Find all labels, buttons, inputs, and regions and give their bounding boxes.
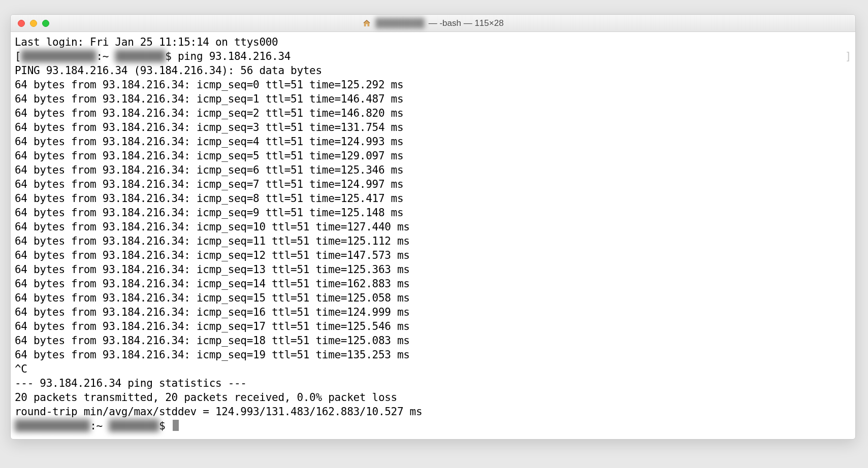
ping-reply: 64 bytes from 93.184.216.34: icmp_seq=15…	[15, 291, 851, 305]
home-icon	[362, 19, 371, 28]
prompt-sep: :~	[90, 420, 109, 432]
close-button[interactable]	[18, 20, 25, 27]
ping-reply: 64 bytes from 93.184.216.34: icmp_seq=14…	[15, 277, 851, 291]
title-suffix: — -bash — 115×28	[429, 18, 504, 28]
ping-reply: 64 bytes from 93.184.216.34: icmp_seq=7 …	[15, 177, 851, 191]
scroll-marker: ]	[845, 49, 851, 63]
ping-reply: 64 bytes from 93.184.216.34: icmp_seq=8 …	[15, 191, 851, 206]
ping-replies: 64 bytes from 93.184.216.34: icmp_seq=0 …	[15, 78, 851, 362]
user-blurred: ████████	[115, 49, 166, 63]
window-title: ████████ — -bash — 115×28	[11, 18, 855, 28]
prompt-line-1: [████████████:~ ████████$ ping 93.184.21…	[15, 49, 851, 63]
ping-reply: 64 bytes from 93.184.216.34: icmp_seq=1 …	[15, 92, 851, 106]
ping-reply: 64 bytes from 93.184.216.34: icmp_seq=12…	[15, 248, 851, 262]
ping-reply: 64 bytes from 93.184.216.34: icmp_seq=18…	[15, 333, 851, 348]
ping-reply: 64 bytes from 93.184.216.34: icmp_seq=2 …	[15, 106, 851, 120]
terminal-body[interactable]: Last login: Fri Jan 25 11:15:14 on ttys0…	[11, 32, 855, 439]
prompt-symbol: $	[165, 50, 178, 62]
ping-reply: 64 bytes from 93.184.216.34: icmp_seq=19…	[15, 348, 851, 362]
ping-reply: 64 bytes from 93.184.216.34: icmp_seq=16…	[15, 305, 851, 319]
stats-header: --- 93.184.216.34 ping statistics ---	[15, 376, 851, 390]
ping-reply: 64 bytes from 93.184.216.34: icmp_seq=10…	[15, 220, 851, 234]
host-blurred: ████████████	[15, 419, 90, 433]
prompt-sep: :~	[96, 50, 115, 62]
ping-reply: 64 bytes from 93.184.216.34: icmp_seq=11…	[15, 234, 851, 248]
window-controls	[11, 20, 49, 27]
ping-reply: 64 bytes from 93.184.216.34: icmp_seq=0 …	[15, 78, 851, 92]
ping-reply: 64 bytes from 93.184.216.34: icmp_seq=9 …	[15, 206, 851, 220]
ping-header: PING 93.184.216.34 (93.184.216.34): 56 d…	[15, 63, 851, 78]
host-blurred: ████████████	[21, 49, 96, 63]
ping-reply: 64 bytes from 93.184.216.34: icmp_seq=3 …	[15, 120, 851, 135]
maximize-button[interactable]	[42, 20, 49, 27]
command-text: ping 93.184.216.34	[178, 50, 291, 62]
ping-reply: 64 bytes from 93.184.216.34: icmp_seq=4 …	[15, 135, 851, 149]
bracket-open: [	[15, 50, 21, 62]
interrupt: ^C	[15, 362, 851, 376]
stats-rtt: round-trip min/avg/max/stddev = 124.993/…	[15, 405, 851, 419]
titlebar: ████████ — -bash — 115×28	[11, 15, 855, 32]
ping-reply: 64 bytes from 93.184.216.34: icmp_seq=5 …	[15, 149, 851, 163]
title-user-blurred: ████████	[375, 18, 424, 28]
minimize-button[interactable]	[30, 20, 37, 27]
prompt-symbol: $	[159, 420, 172, 432]
stats-packets: 20 packets transmitted, 20 packets recei…	[15, 390, 851, 405]
last-login-line: Last login: Fri Jan 25 11:15:14 on ttys0…	[15, 35, 851, 49]
user-blurred: ████████	[109, 419, 159, 433]
prompt-line-2: ████████████:~ ████████$	[15, 419, 851, 433]
ping-reply: 64 bytes from 93.184.216.34: icmp_seq=6 …	[15, 163, 851, 177]
ping-reply: 64 bytes from 93.184.216.34: icmp_seq=13…	[15, 262, 851, 277]
ping-reply: 64 bytes from 93.184.216.34: icmp_seq=17…	[15, 319, 851, 333]
terminal-window: ████████ — -bash — 115×28 Last login: Fr…	[10, 14, 856, 440]
cursor	[173, 420, 179, 431]
